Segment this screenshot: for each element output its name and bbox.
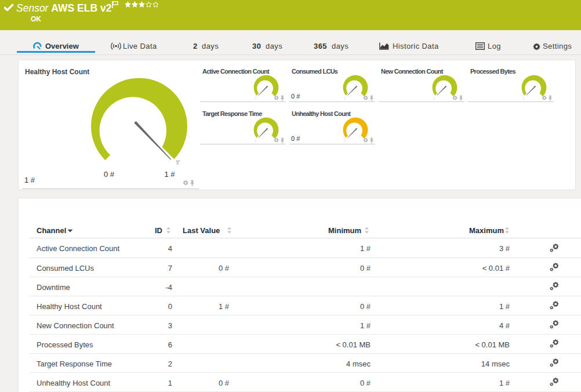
svg-text:x: x <box>176 159 179 166</box>
